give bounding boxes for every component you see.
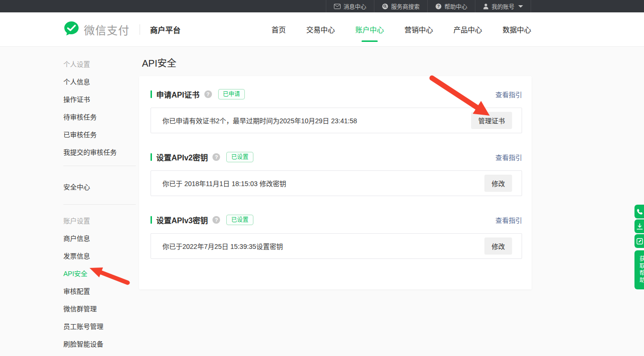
page-body: 个人设置 个人信息 操作证书 待审核任务 已审核任务 我提交的审核任务 安全中心… bbox=[0, 47, 644, 356]
main-content: API安全 申请API证书 ? 已申请 查看指引 你已申请有效证书2个，最早过期… bbox=[139, 47, 532, 289]
sidebar-item-api-security[interactable]: API安全 bbox=[63, 264, 136, 282]
view-guide-link[interactable]: 查看指引 bbox=[495, 152, 522, 162]
manage-certificate-button[interactable]: 管理证书 bbox=[471, 112, 512, 129]
sidebar-item-merchant-info[interactable]: 商户信息 bbox=[63, 229, 136, 247]
topbar-item-messages[interactable]: 消息中心 bbox=[326, 0, 374, 12]
sidebar-item-operation-certificate[interactable]: 操作证书 bbox=[63, 90, 136, 108]
view-guide-link[interactable]: 查看指引 bbox=[495, 89, 522, 99]
contact-phone-button[interactable] bbox=[634, 205, 644, 218]
help-icon: ? bbox=[435, 3, 442, 10]
feedback-icon bbox=[636, 238, 643, 245]
sidebar-divider bbox=[63, 166, 136, 166]
section-title: 设置APIv2密钥 bbox=[156, 151, 208, 163]
topbar-item-help-center[interactable]: ? 帮助中心 bbox=[427, 0, 475, 12]
question-mark-icon[interactable]: ? bbox=[204, 90, 212, 98]
platform-name: 商户平台 bbox=[150, 24, 181, 35]
sidebar-item-my-submitted-review-tasks[interactable]: 我提交的审核任务 bbox=[63, 143, 136, 160]
sidebar-item-staff-account-management[interactable]: 员工账号管理 bbox=[63, 317, 136, 335]
question-mark-icon[interactable]: ? bbox=[212, 153, 220, 161]
nav-transaction-center[interactable]: 交易中心 bbox=[306, 12, 335, 46]
nav-account-center[interactable]: 账户中心 bbox=[355, 12, 384, 46]
sidebar-header-personal-settings: 个人设置 bbox=[63, 55, 136, 72]
main-nav: 首页 交易中心 账户中心 营销中心 产品中心 数据中心 bbox=[251, 12, 531, 46]
topbar: 消息中心 服务商搜索 ? 帮助中心 我的账号 bbox=[0, 0, 644, 12]
topbar-item-label: 帮助中心 bbox=[444, 2, 467, 10]
download-button[interactable] bbox=[634, 219, 644, 233]
nav-home[interactable]: 首页 bbox=[272, 12, 286, 46]
section-title: 申请API证书 bbox=[156, 89, 200, 100]
sidebar-item-personal-info[interactable]: 个人信息 bbox=[63, 72, 136, 90]
phone-icon bbox=[636, 208, 643, 215]
search-icon bbox=[382, 3, 388, 10]
section-marker-bar bbox=[151, 90, 152, 98]
certificate-status-text: 你已申请有效证书2个，最早过期时间为2025年10月29日 23:41:58 bbox=[162, 116, 357, 125]
section-apiv2-key-header: 设置APIv2密钥 ? 已设置 查看指引 bbox=[151, 151, 522, 163]
section-title: 设置APIv3密钥 bbox=[156, 214, 208, 226]
nav-marketing-center[interactable]: 营销中心 bbox=[404, 12, 433, 46]
feedback-button[interactable] bbox=[634, 234, 644, 248]
sidebar-item-wechat-merchant-terminal[interactable]: 微信商户终端 bbox=[63, 352, 136, 356]
sidebar-divider bbox=[63, 204, 136, 205]
sidebar-item-security-center[interactable]: 安全中心 bbox=[63, 178, 136, 195]
apiv3-key-status-text: 你已于2022年7月25日 15:39:35设置密钥 bbox=[162, 241, 283, 251]
page-title: API安全 bbox=[139, 47, 532, 70]
status-badge: 已申请 bbox=[218, 89, 245, 99]
section-marker-bar bbox=[151, 153, 152, 161]
modify-apiv3-key-button[interactable]: 修改 bbox=[484, 237, 512, 255]
nav-data-center[interactable]: 数据中心 bbox=[503, 12, 531, 46]
topbar-item-label: 我的账号 bbox=[492, 2, 514, 10]
floating-help-panel: 获取帮助 bbox=[634, 205, 644, 289]
user-icon bbox=[483, 3, 489, 10]
topbar-item-label: 服务商搜索 bbox=[391, 2, 420, 10]
svg-text:?: ? bbox=[437, 4, 440, 9]
sidebar: 个人设置 个人信息 操作证书 待审核任务 已审核任务 我提交的审核任务 安全中心… bbox=[63, 47, 136, 356]
section-api-certificate-box: 你已申请有效证书2个，最早过期时间为2025年10月29日 23:41:58 管… bbox=[151, 108, 522, 133]
sidebar-item-pending-review-tasks[interactable]: 待审核任务 bbox=[63, 108, 136, 125]
envelope-icon bbox=[334, 4, 341, 9]
view-guide-link[interactable]: 查看指引 bbox=[495, 215, 522, 225]
status-badge: 已设置 bbox=[226, 215, 253, 225]
get-help-button[interactable]: 获取帮助 bbox=[634, 250, 644, 289]
status-badge: 已设置 bbox=[226, 152, 253, 162]
sidebar-item-review-config[interactable]: 审核配置 bbox=[63, 282, 136, 299]
download-icon bbox=[636, 223, 643, 230]
nav-product-center[interactable]: 产品中心 bbox=[453, 12, 482, 46]
sidebar-item-invoice-info[interactable]: 发票信息 bbox=[63, 247, 136, 264]
header: 微信支付 商户平台 首页 交易中心 账户中心 营销中心 产品中心 数据中心 bbox=[0, 12, 644, 47]
section-api-certificate-header: 申请API证书 ? 已申请 查看指引 bbox=[151, 89, 522, 100]
question-mark-icon[interactable]: ? bbox=[212, 216, 220, 224]
wechat-pay-logo-icon bbox=[63, 20, 80, 39]
sidebar-header-account-settings: 账户设置 bbox=[63, 211, 136, 229]
sidebar-item-face-payment-devices[interactable]: 刷脸智能设备 bbox=[63, 335, 136, 352]
section-marker-bar bbox=[151, 216, 152, 224]
section-apiv3-key-header: 设置APIv3密钥 ? 已设置 查看指引 bbox=[151, 214, 522, 226]
section-apiv3-key-box: 你已于2022年7月25日 15:39:35设置密钥 修改 bbox=[151, 233, 522, 259]
brand-divider bbox=[140, 24, 140, 35]
topbar-item-label: 消息中心 bbox=[343, 2, 366, 10]
topbar-item-my-account[interactable]: 我的账号 bbox=[475, 0, 531, 12]
brand[interactable]: 微信支付 商户平台 bbox=[63, 20, 181, 39]
chevron-down-icon bbox=[518, 5, 523, 8]
api-security-card: 申请API证书 ? 已申请 查看指引 你已申请有效证书2个，最早过期时间为202… bbox=[139, 76, 532, 289]
apiv2-key-status-text: 你已于 2018年11月1日 18:15:03 修改密钥 bbox=[162, 178, 286, 188]
sidebar-item-reviewed-tasks[interactable]: 已审核任务 bbox=[63, 125, 136, 143]
topbar-item-provider-search[interactable]: 服务商搜索 bbox=[374, 0, 427, 12]
modify-apiv2-key-button[interactable]: 修改 bbox=[484, 175, 512, 192]
brand-name: 微信支付 bbox=[84, 21, 130, 38]
section-apiv2-key-box: 你已于 2018年11月1日 18:15:03 修改密钥 修改 bbox=[151, 170, 522, 196]
sidebar-item-wechat-group-management[interactable]: 微信群管理 bbox=[63, 299, 136, 317]
